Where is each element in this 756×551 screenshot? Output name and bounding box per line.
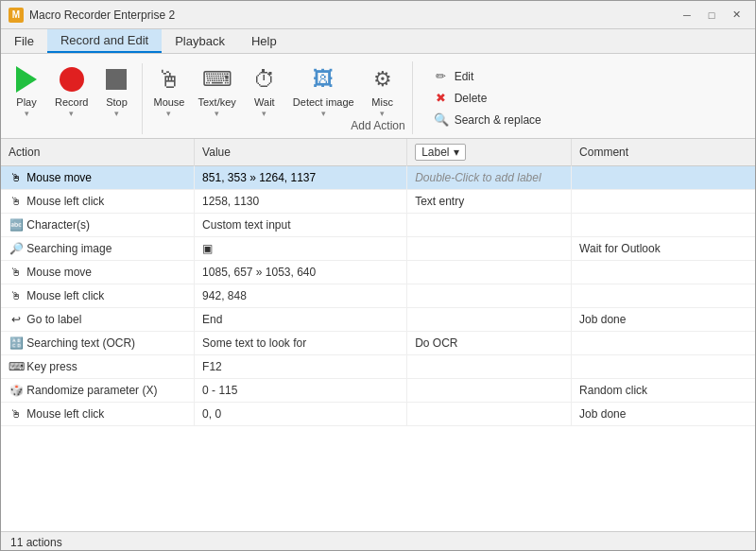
play-button[interactable]: Play ▾ — [5, 60, 48, 123]
detectimage-icon: 🖼 — [308, 64, 338, 95]
wait-button[interactable]: ⏱ Wait ▾ — [243, 60, 286, 123]
app-icon: M — [9, 8, 24, 23]
row-icon: 🖱 — [9, 194, 24, 209]
searchreplace-icon: 🔍 — [434, 112, 449, 127]
misc-label: Misc — [371, 96, 393, 109]
wait-label: Wait — [254, 96, 275, 109]
edit-action[interactable]: ✏ Edit — [430, 67, 742, 85]
stop-button[interactable]: Stop ▾ — [94, 60, 138, 123]
delete-action[interactable]: ✖ Delete — [430, 89, 742, 107]
table-row[interactable]: 🖱 Mouse left click1258, 1130Text entry — [1, 190, 755, 214]
ribbon-actions: ✏ Edit ✖ Delete 🔍 Search & replace — [421, 58, 751, 138]
action-table-container: ActionValueLabel ▾Comment 🖱 Mouse move85… — [1, 139, 755, 531]
cell-comment — [572, 190, 755, 214]
cell-value: 942, 848 — [195, 284, 407, 308]
add-action-button[interactable]: Add Action — [351, 119, 404, 132]
cell-action: 🖱 Mouse left click — [1, 190, 195, 214]
cell-label — [407, 214, 572, 237]
cell-action: ⌨ Key press — [1, 355, 195, 379]
title-bar: M Macro Recorder Enterprise 2 ─ □ ✕ — [1, 1, 755, 29]
cell-value: 0 - 115 — [195, 379, 407, 403]
minimize-button[interactable]: ─ — [676, 6, 698, 25]
stop-arrow: ▾ — [114, 109, 119, 118]
cell-value: Some text to look for — [195, 332, 407, 355]
col-header-value: Value — [195, 139, 407, 166]
searchreplace-action[interactable]: 🔍 Search & replace — [430, 111, 742, 129]
row-icon: 🔎 — [9, 241, 24, 256]
row-icon: 🖱 — [9, 170, 24, 185]
cell-comment: Job done — [572, 403, 755, 426]
row-icon: ↩ — [9, 312, 24, 327]
table-row[interactable]: ↩ Go to labelEndJob done — [1, 308, 755, 332]
cell-value: 1258, 1130 — [195, 190, 407, 214]
textkey-arrow: ▾ — [215, 109, 219, 118]
menu-item-record-and-edit[interactable]: Record and Edit — [47, 29, 162, 53]
cell-action: 🔤 Character(s) — [1, 214, 195, 237]
wait-icon: ⏱ — [249, 64, 280, 95]
menu-item-help[interactable]: Help — [238, 29, 290, 53]
maximize-button[interactable]: □ — [700, 6, 723, 25]
cell-action: 🖱 Mouse left click — [1, 284, 195, 308]
misc-button[interactable]: ⚙ Misc ▾ — [361, 60, 404, 123]
menu-bar: FileRecord and EditPlaybackHelp — [1, 29, 755, 54]
cell-comment — [572, 261, 755, 284]
menu-item-file[interactable]: File — [1, 29, 47, 53]
table-row[interactable]: 🖱 Mouse move1085, 657 » 1053, 640 — [1, 261, 755, 284]
cell-label: Double-Click to add label — [407, 166, 572, 190]
cell-label — [407, 237, 572, 261]
table-row[interactable]: 🖱 Mouse left click942, 848 — [1, 284, 755, 308]
cell-value: 851, 353 » 1264, 1137 — [195, 166, 407, 190]
table-row[interactable]: 🔎 Searching image▣Wait for Outlook — [1, 237, 755, 261]
cell-value: End — [195, 308, 407, 332]
close-button[interactable]: ✕ — [725, 6, 747, 25]
record-icon — [57, 64, 87, 95]
play-label: Play — [16, 96, 36, 109]
table-row[interactable]: 🖱 Mouse move851, 353 » 1264, 1137Double-… — [1, 166, 755, 190]
table-row[interactable]: ⌨ Key pressF12 — [1, 355, 755, 379]
table-row[interactable]: 🖱 Mouse left click0, 0Job done — [1, 403, 755, 426]
status-text: 11 actions — [10, 536, 62, 549]
mouse-icon: 🖱 — [154, 64, 184, 95]
cell-value: F12 — [195, 355, 407, 379]
cell-comment — [572, 284, 755, 308]
edit-icon: ✏ — [434, 69, 449, 83]
cell-action: 🔎 Searching image — [1, 237, 195, 261]
wait-arrow: ▾ — [262, 109, 266, 118]
table-row[interactable]: 🔤 Character(s)Custom text input — [1, 214, 755, 237]
cell-label — [407, 355, 572, 379]
label-dropdown[interactable]: Label ▾ — [415, 144, 465, 161]
cell-label: Text entry — [407, 190, 572, 214]
status-bar: 11 actions — [1, 531, 755, 551]
edit-label: Edit — [455, 70, 474, 83]
cell-action: 🖱 Mouse move — [1, 261, 195, 284]
cell-action: 🖱 Mouse left click — [1, 403, 195, 426]
cell-label — [407, 261, 572, 284]
searchreplace-label: Search & replace — [455, 113, 541, 127]
mouse-arrow: ▾ — [166, 109, 171, 118]
action-table: ActionValueLabel ▾Comment 🖱 Mouse move85… — [1, 139, 755, 426]
cell-value: 0, 0 — [195, 403, 407, 426]
cell-value: ▣ — [195, 237, 407, 261]
textkey-button[interactable]: ⌨ Text/key ▾ — [192, 60, 243, 123]
table-row[interactable]: 🔠 Searching text (OCR)Some text to look … — [1, 332, 755, 355]
delete-icon: ✖ — [434, 91, 449, 105]
mouse-button[interactable]: 🖱 Mouse ▾ — [146, 60, 191, 123]
cell-value: Custom text input — [195, 214, 407, 237]
detectimage-label: Detect image — [293, 96, 354, 109]
record-button[interactable]: Record ▾ — [48, 60, 94, 123]
menu-item-playback[interactable]: Playback — [162, 29, 238, 53]
stop-label: Stop — [106, 96, 128, 109]
cell-comment — [572, 332, 755, 355]
play-arrow: ▾ — [25, 109, 29, 118]
textkey-label: Text/key — [198, 96, 236, 109]
cell-label — [407, 403, 572, 426]
cell-comment: Random click — [572, 379, 755, 403]
detectimage-button[interactable]: 🖼 Detect image ▾ — [286, 60, 361, 123]
table-row[interactable]: 🎲 Randomize parameter (X)0 - 115Random c… — [1, 379, 755, 403]
cell-action: ↩ Go to label — [1, 308, 195, 332]
row-icon: 🖱 — [9, 265, 24, 280]
row-icon: 🖱 — [9, 288, 24, 303]
col-header-label[interactable]: Label ▾ — [407, 139, 572, 166]
mouse-label: Mouse — [153, 96, 184, 109]
record-label: Record — [55, 96, 88, 109]
